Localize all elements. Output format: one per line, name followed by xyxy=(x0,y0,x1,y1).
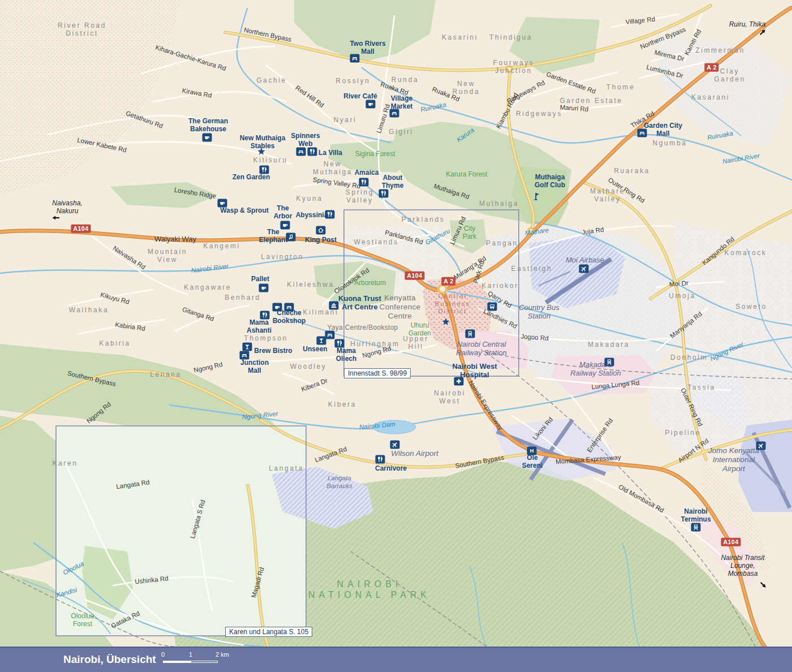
map-label: Kangundo Rd xyxy=(701,235,737,267)
map-label: Soweto xyxy=(735,303,767,311)
map-label: Maruri Rd xyxy=(559,104,588,113)
map-label: Kangemi xyxy=(203,242,240,250)
map-label: Oloolua Forest xyxy=(71,612,94,628)
map-label: Ngong Rd xyxy=(193,361,223,374)
map-label: Southern Bypass xyxy=(455,454,505,471)
map-label: Lunga Lunga Rd xyxy=(591,380,640,391)
map-label: Jomo Kenyatta International Airport xyxy=(705,446,763,473)
map-label: Gataka Rd xyxy=(110,610,141,630)
map-label: Moi Airbase xyxy=(566,256,604,264)
map-overlay: River Road DistrictKihara-Gachie-Karura … xyxy=(0,0,792,647)
map-label: Red Hill Rd xyxy=(294,84,325,109)
map-label: New Runda xyxy=(453,80,480,96)
road-shield: A104 xyxy=(721,538,741,546)
map-label: Komarock xyxy=(725,249,767,257)
coffee-icon xyxy=(366,100,376,109)
map-label: Hurlingham xyxy=(350,340,399,348)
coffee-icon xyxy=(281,221,290,230)
map-label: Yaya Centre/Bookstop xyxy=(327,324,398,331)
map-label: Tassia xyxy=(687,384,716,391)
arrow-icon xyxy=(756,26,769,39)
map-label: Langata Rd xyxy=(314,445,348,464)
map-label: Kabiria xyxy=(99,339,131,347)
map-label: Ridgeways xyxy=(516,110,562,118)
golf-icon xyxy=(532,191,541,200)
map-label: Makadara xyxy=(588,341,630,348)
map-label: Outer Ring Rd xyxy=(606,176,646,205)
map-label: Ruaraka xyxy=(614,167,650,175)
scale-tick-2: 2 km xyxy=(216,651,229,658)
map-label: Abyssinia xyxy=(296,211,328,219)
map-title: Nairobi, Übersicht xyxy=(63,653,156,666)
map-label: Upper Hill xyxy=(403,335,429,351)
map-label: Kandisi xyxy=(55,586,78,599)
map-label: Zen Garden xyxy=(233,173,270,181)
map-label: Arboretum xyxy=(354,279,386,287)
map-label: Airport N Rd xyxy=(677,437,710,464)
map-label: Jogoo Rd xyxy=(520,333,549,343)
map-label: Kikuyu Rd xyxy=(100,291,130,307)
map-label: Gigiri xyxy=(389,128,414,136)
map-label: The Arbor xyxy=(274,204,292,220)
map-label: Nairobi West Hospital xyxy=(452,362,497,380)
map-label: Gachie xyxy=(256,76,287,84)
map-label: Kariokor xyxy=(481,282,518,290)
home-icon xyxy=(316,226,326,235)
map-label: Naivasha Rd xyxy=(111,244,147,271)
map-label: Zimmerman xyxy=(695,46,744,54)
svg-text:H: H xyxy=(530,448,534,454)
map-label: Parklands xyxy=(402,216,445,223)
map-label: Nairobi Expressway xyxy=(467,380,505,432)
coffee-icon xyxy=(259,284,269,292)
plane-icon xyxy=(756,442,766,450)
map-label: Fourways Junction xyxy=(493,59,535,75)
map-label: Village Market xyxy=(391,94,413,110)
restaurant-icon xyxy=(260,166,269,174)
map-label: Kamiti Rd xyxy=(683,28,703,57)
map-label: The German Bakehouse xyxy=(188,117,228,133)
arrow-icon xyxy=(51,213,61,222)
map-label: Kasarani xyxy=(691,93,730,101)
map-label: Park Rd xyxy=(472,260,486,285)
map-label: Getathuru Rd xyxy=(124,110,164,130)
coffee-icon xyxy=(218,199,227,208)
map-label: Cheche Bookshop xyxy=(273,309,306,325)
scale-segment-solid xyxy=(163,661,191,663)
bench-icon xyxy=(240,351,249,360)
map-label: Ngong Rd xyxy=(85,400,113,425)
map-label: Muthaiga xyxy=(479,200,519,208)
map-label: Kihara-Gachie-Karura Rd xyxy=(154,44,227,73)
bench-icon xyxy=(390,109,399,118)
map-label: Muthaiga Rd xyxy=(433,182,470,201)
map-label: Oloitokitok Rd xyxy=(333,266,371,295)
map-label: Kabiria Rd xyxy=(114,321,145,333)
restaurant-icon xyxy=(260,311,270,320)
map-page: River Road DistrictKihara-Gachie-Karura … xyxy=(0,0,792,672)
map-label: Mama Ashanti xyxy=(247,318,272,334)
map-label: Lavington xyxy=(261,253,303,261)
map-label: Northern Bypass xyxy=(243,26,292,44)
scale-bar: 0 1 2 km xyxy=(163,651,242,668)
map-label: Ridgeways Rd xyxy=(506,79,546,106)
cocktail-icon xyxy=(243,343,252,351)
map-label: Pangani xyxy=(486,239,521,247)
map-label: Spring Valley Rd xyxy=(312,176,361,190)
map-label: Donholm xyxy=(670,354,708,361)
map-label: Lumumba Dr xyxy=(645,63,684,80)
scale-segment-outline xyxy=(191,661,218,663)
restaurant-icon xyxy=(308,148,317,156)
map-label: Amaica xyxy=(355,169,379,176)
restaurant-icon xyxy=(359,178,369,187)
map-label: Kilimani xyxy=(303,308,339,316)
map-label: Magadi Rd xyxy=(250,566,266,598)
map-label: Kitisuru xyxy=(253,156,288,164)
map-label: Northern Bypass xyxy=(639,26,687,51)
map-label: Waiyaki Way xyxy=(154,235,196,243)
map-label: Mathare Valley xyxy=(590,187,625,203)
scale-tick-1: 1 xyxy=(189,651,192,658)
coffee-icon xyxy=(273,303,282,312)
map-label: Brew Bistro xyxy=(254,347,292,355)
map-label: The Elephant xyxy=(259,228,288,244)
map-label: Spinners Web xyxy=(291,132,320,148)
map-label: Ushirika Rd xyxy=(135,575,169,586)
